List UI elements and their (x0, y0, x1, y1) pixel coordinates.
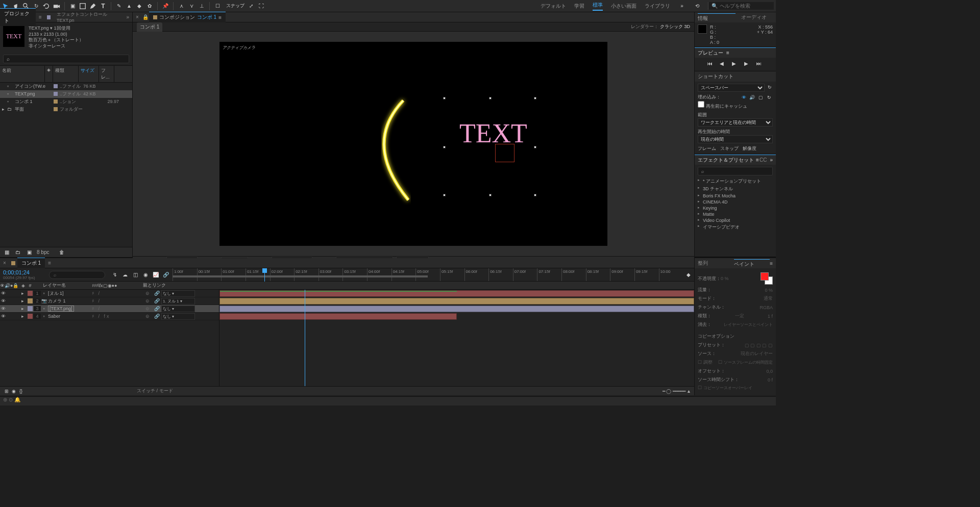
handle-tl[interactable] (443, 97, 446, 99)
loop-icon[interactable]: ↻ (766, 94, 773, 101)
anchor-tool-icon[interactable]: ▣ (69, 3, 76, 10)
shape-tool-icon[interactable] (79, 3, 86, 10)
rotate-tool-icon[interactable] (43, 3, 50, 10)
comp-breadcrumb[interactable]: コンポ 1 (137, 22, 162, 32)
draft3d-icon[interactable]: ☁ (121, 271, 129, 278)
layer-bar-4[interactable] (219, 313, 457, 320)
tab-effects[interactable]: エフェクト＆プリセット (698, 157, 754, 164)
renderer-value[interactable]: クラシック 3D (660, 24, 690, 29)
comp-marker-icon[interactable]: ◆ (685, 271, 692, 278)
effect-category[interactable]: Keying (698, 205, 773, 211)
mode-value[interactable]: 通常 (764, 295, 773, 302)
lock-icon[interactable]: 🔒 (142, 14, 149, 21)
srcframe-label[interactable]: ソースフレームの時間固定 (724, 360, 773, 365)
panel-menu-icon[interactable]: ≡ (36, 14, 45, 20)
handle-mr[interactable] (534, 146, 536, 148)
layer-bar-2[interactable] (219, 298, 694, 305)
cc-label[interactable]: CC (760, 157, 767, 163)
bpc-toggle[interactable]: 8 bpc (37, 249, 49, 255)
toggle-switches-icon[interactable]: ⊞ (3, 388, 10, 395)
layer-row[interactable]: 👁▸1▫[ヌル 1]♯ /⊚🔗なし ▾ (0, 290, 219, 297)
effect-category[interactable]: Video Copilot (698, 217, 773, 223)
flow-value[interactable]: 0 % (765, 288, 773, 293)
close-tab-icon[interactable]: × (0, 260, 9, 266)
next-frame-icon[interactable]: ▶ (744, 61, 751, 68)
col-name[interactable]: 名前 (0, 66, 45, 82)
include-video-icon[interactable]: 👁 (740, 94, 747, 101)
handle-ml[interactable] (443, 146, 446, 148)
snap-opt1-icon[interactable]: ⤢ (248, 3, 255, 10)
col-parent[interactable]: 親とリンク (143, 282, 189, 289)
play-icon[interactable]: ▶ (732, 61, 739, 68)
duration-frames[interactable]: 1 f (768, 314, 773, 319)
tab-audio[interactable]: オーディオ (736, 14, 773, 21)
adjust-label[interactable]: 調整 (703, 360, 713, 365)
camera-tool-icon[interactable] (53, 3, 60, 10)
color-chip[interactable] (761, 272, 773, 285)
prev-frame-icon[interactable]: ◀ (720, 61, 727, 68)
new-comp-icon[interactable]: ▣ (26, 249, 33, 256)
world-axis-icon[interactable]: ⋎ (188, 3, 195, 10)
ws-default[interactable]: デフォルト (541, 3, 566, 10)
help-search[interactable]: 🔍 (708, 2, 774, 10)
layer-row[interactable]: 👁▸4▫Saber♯ / fx⊚🔗なし ▾ (0, 313, 219, 320)
tab-effect-controls[interactable]: エフェクトコントロール TEXT.pn (53, 10, 123, 24)
tab-preview[interactable]: プレビュー (698, 49, 723, 57)
view-axis-icon[interactable]: ⊥ (198, 3, 205, 10)
range-select[interactable]: ワークエリアと現在の時間 (698, 118, 773, 126)
layer-bar-3[interactable] (219, 306, 694, 312)
handle-bc[interactable] (489, 194, 492, 196)
roto-tool-icon[interactable]: ✿ (146, 3, 153, 10)
effect-category[interactable]: * アニメーションプリセット (698, 178, 773, 185)
handle-tc[interactable] (489, 97, 492, 99)
ws-learn[interactable]: 学習 (574, 3, 584, 10)
switch-mode-toggle[interactable]: スイッチ / モード (137, 388, 173, 394)
offset-value[interactable]: 0,0 (766, 369, 773, 374)
time-ruler[interactable]: 1:00f00:15f01:00f01:15f02:00f02:15f03:00… (173, 268, 683, 282)
panel-menu-icon[interactable]: ≡ (218, 15, 222, 20)
tab-composition[interactable]: コンポジション コンポ 1 ≡ (149, 12, 226, 22)
timeline-search-input[interactable] (49, 271, 105, 279)
project-search-input[interactable] (10, 56, 126, 62)
effects-search-input[interactable] (704, 168, 769, 174)
current-time-indicator[interactable] (305, 290, 305, 386)
first-frame-icon[interactable]: ⏮ (707, 61, 715, 68)
link-icon[interactable]: 🔗 (162, 271, 169, 278)
ws-overflow-icon[interactable]: » (678, 3, 685, 10)
trash-icon[interactable]: 🗑 (58, 249, 65, 256)
tab-timeline-comp[interactable]: コンポ 1 (17, 258, 45, 268)
col-size[interactable]: サイズ (79, 66, 99, 82)
col-layer-name[interactable]: レイヤー名 (41, 282, 92, 289)
close-tab-icon[interactable]: × (133, 14, 142, 20)
layer-bar-1[interactable] (219, 290, 694, 297)
tab-info[interactable]: 情報 (698, 13, 736, 22)
work-area-bar[interactable] (173, 275, 428, 277)
last-frame-icon[interactable]: ⏭ (756, 61, 764, 68)
project-row[interactable]: ▫アイコン(TW.e..ファイル76 KB (0, 83, 132, 90)
text-layer[interactable]: TEXT (459, 118, 527, 148)
composition-viewer[interactable]: アクティブカメラ TEXT (133, 32, 694, 256)
effect-category[interactable]: 3D チャンネル (698, 185, 773, 193)
erase-value[interactable]: レイヤーソースとペイント (724, 322, 773, 327)
snap-checkbox[interactable]: ☐ (214, 3, 221, 10)
srctime-value[interactable]: 0 f (768, 377, 773, 383)
ws-library[interactable]: ライブラリ (645, 3, 670, 10)
new-folder-icon[interactable]: 🗀 (14, 249, 21, 256)
source-value[interactable]: 現在のレイヤー (741, 350, 773, 357)
text-tool-icon[interactable]: T (100, 3, 107, 10)
opacity-value[interactable]: 0 % (721, 276, 729, 281)
shy-icon[interactable]: ↯ (111, 271, 118, 278)
tab-project[interactable]: プロジェクト (0, 8, 36, 26)
puppet-tool-icon[interactable]: 📌 (162, 3, 169, 10)
current-time-indicator[interactable] (264, 268, 265, 282)
panel-menu-icon[interactable]: ≡ (45, 260, 54, 266)
include-overlay-icon[interactable]: ▢ (757, 94, 764, 101)
effect-category[interactable]: CINEMA 4D (698, 199, 773, 205)
tab-align[interactable]: 整列 (698, 260, 734, 267)
panel-menu-icon[interactable]: ≡ (770, 261, 773, 266)
channel-value[interactable]: RGBA (760, 305, 773, 310)
brush-tool-icon[interactable]: ✎ (115, 3, 122, 10)
toggle-inout-icon[interactable]: {} (17, 388, 24, 395)
project-row[interactable]: ▸🗀平面フォルダー (0, 106, 132, 113)
local-axis-icon[interactable]: ⋏ (178, 3, 185, 10)
